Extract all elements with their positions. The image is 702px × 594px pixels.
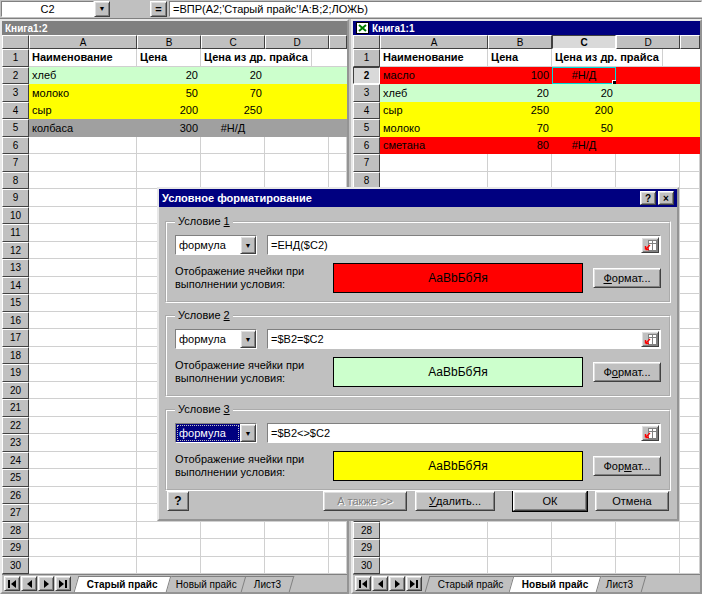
prev-sheet-button[interactable] — [372, 576, 388, 591]
cell-D2[interactable] — [616, 67, 680, 85]
cell-A11[interactable] — [29, 224, 137, 242]
cell-A3[interactable]: хлеб — [380, 84, 488, 102]
cell-C1[interactable]: Цена из др. прайса — [552, 49, 663, 67]
row-header-5[interactable]: 5 — [353, 119, 380, 137]
cell-A21[interactable] — [29, 399, 137, 417]
condition-1-operator-select[interactable]: формула ▼ — [175, 235, 257, 255]
row-header-11[interactable]: 11 — [2, 224, 29, 242]
cell-D5[interactable] — [265, 119, 329, 137]
cell-C30[interactable] — [552, 557, 616, 575]
row-header-16[interactable]: 16 — [2, 312, 29, 330]
cell-B7[interactable] — [137, 154, 201, 172]
chevron-down-icon[interactable]: ▼ — [240, 330, 256, 348]
cell-C6[interactable] — [201, 137, 265, 155]
collapse-dialog-button[interactable] — [641, 425, 659, 441]
cell-B4[interactable]: 200 — [137, 102, 201, 120]
cell-A30[interactable] — [380, 557, 488, 575]
row-header-30[interactable]: 30 — [353, 557, 380, 575]
cell-B30[interactable] — [137, 557, 201, 575]
cell-A7[interactable] — [29, 154, 137, 172]
cell-B7[interactable] — [488, 154, 552, 172]
cell-A4[interactable]: сыр — [380, 102, 488, 120]
dialog-help-button[interactable]: ? — [640, 191, 656, 205]
cell-B5[interactable]: 70 — [488, 119, 552, 137]
row-header-7[interactable]: 7 — [353, 154, 380, 172]
cell-B3[interactable]: 20 — [488, 84, 552, 102]
collapse-dialog-button[interactable] — [641, 237, 659, 253]
cell-B28[interactable] — [137, 522, 201, 540]
condition-1-format-button[interactable]: Формат... — [593, 268, 661, 288]
row-header-28[interactable]: 28 — [353, 522, 380, 540]
equals-button[interactable]: = — [150, 1, 167, 17]
collapse-dialog-button[interactable] — [641, 331, 659, 347]
row-header-6[interactable]: 6 — [2, 137, 29, 155]
cell-A19[interactable] — [29, 364, 137, 382]
row-header-13[interactable]: 13 — [2, 259, 29, 277]
cell-A27[interactable] — [29, 504, 137, 522]
condition-2-formula-input[interactable]: =$B2=$C2 — [267, 329, 661, 349]
row-header-14[interactable]: 14 — [2, 277, 29, 295]
cell-A20[interactable] — [29, 382, 137, 400]
tab-list3[interactable]: Лист3 — [241, 576, 295, 592]
cell-C28[interactable] — [552, 522, 616, 540]
condition-2-format-button[interactable]: Формат... — [593, 362, 661, 382]
next-sheet-button[interactable] — [389, 576, 405, 591]
row-header-3[interactable]: 3 — [2, 84, 29, 102]
row-header-21[interactable]: 21 — [2, 399, 29, 417]
row-header-1[interactable]: 1 — [353, 49, 380, 67]
delete-button[interactable]: Удалить... — [415, 491, 495, 511]
cell-D1[interactable] — [663, 49, 700, 67]
column-header-B[interactable]: B — [137, 35, 201, 49]
cell-D30[interactable] — [616, 557, 680, 575]
cell-C3[interactable]: 70 — [201, 84, 265, 102]
cell-B1[interactable]: Цена — [137, 49, 201, 67]
cell-D7[interactable] — [616, 154, 680, 172]
cell-A14[interactable] — [29, 277, 137, 295]
row-header-29[interactable]: 29 — [353, 539, 380, 557]
cell-C5[interactable]: 50 — [552, 119, 616, 137]
column-header-A[interactable]: A — [380, 35, 488, 49]
row-header-30[interactable]: 30 — [2, 557, 29, 575]
row-header-23[interactable]: 23 — [2, 434, 29, 452]
cancel-button[interactable]: Отмена — [595, 491, 669, 511]
row-header-22[interactable]: 22 — [2, 417, 29, 435]
cell-D28[interactable] — [616, 522, 680, 540]
cell-A16[interactable] — [29, 312, 137, 330]
cell-B6[interactable] — [137, 137, 201, 155]
cell-D7[interactable] — [265, 154, 329, 172]
cell-D4[interactable] — [265, 102, 329, 120]
row-header-6[interactable]: 6 — [353, 137, 380, 155]
select-all-corner[interactable] — [353, 35, 380, 49]
row-header-9[interactable]: 9 — [2, 189, 29, 207]
cell-A5[interactable]: молоко — [380, 119, 488, 137]
row-header-27[interactable]: 27 — [2, 504, 29, 522]
condition-2-operator-select[interactable]: формула ▼ — [175, 329, 257, 349]
cell-D2[interactable] — [265, 67, 329, 85]
row-header-17[interactable]: 17 — [2, 329, 29, 347]
cell-A1[interactable]: Наименование — [380, 49, 488, 67]
cell-C1[interactable]: Цена из др. прайса — [201, 49, 312, 67]
cell-C7[interactable] — [201, 154, 265, 172]
row-header-28[interactable]: 28 — [2, 522, 29, 540]
cell-A3[interactable]: молоко — [29, 84, 137, 102]
last-sheet-button[interactable] — [55, 576, 71, 591]
cell-A29[interactable] — [380, 539, 488, 557]
chevron-down-icon[interactable]: ▼ — [240, 236, 256, 254]
cell-A28[interactable] — [29, 522, 137, 540]
cell-B30[interactable] — [488, 557, 552, 575]
last-sheet-button[interactable] — [406, 576, 422, 591]
row-header-2[interactable]: 2 — [353, 67, 380, 85]
cell-A6[interactable] — [29, 137, 137, 155]
cell-A28[interactable] — [380, 522, 488, 540]
row-header-15[interactable]: 15 — [2, 294, 29, 312]
row-header-8[interactable]: 8 — [2, 172, 29, 190]
column-header-D[interactable]: D — [616, 35, 680, 49]
row-header-29[interactable]: 29 — [2, 539, 29, 557]
column-header-D[interactable]: D — [265, 35, 329, 49]
cell-B2[interactable]: 20 — [137, 67, 201, 85]
cell-C3[interactable]: 20 — [552, 84, 616, 102]
cell-B29[interactable] — [137, 539, 201, 557]
cell-B6[interactable]: 80 — [488, 137, 552, 155]
cell-A1[interactable]: Наименование — [29, 49, 137, 67]
cell-A2[interactable]: хлеб — [29, 67, 137, 85]
